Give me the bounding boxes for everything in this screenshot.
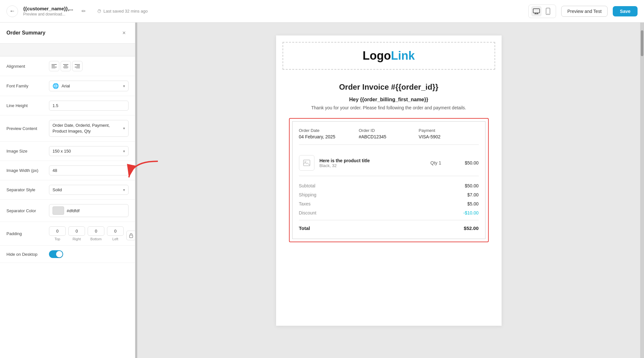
align-center-icon (63, 64, 68, 68)
padding-left-label: Left (112, 237, 118, 241)
taxes-label: Taxes (299, 201, 311, 206)
subtotal-row: Subtotal $50.00 (299, 181, 479, 190)
mobile-view-button[interactable] (543, 6, 553, 16)
order-date-label: Order Date (299, 128, 359, 133)
edit-button[interactable]: ✏ (78, 6, 89, 16)
padding-bottom-label: Bottom (91, 237, 102, 241)
pencil-icon: ✏ (82, 8, 86, 14)
padding-bottom-input[interactable]: 0 (88, 226, 104, 236)
clock-icon: ⏱ (97, 9, 101, 14)
order-payment-label: Payment (419, 128, 479, 133)
close-icon: × (122, 30, 126, 36)
right-scrollbar[interactable] (640, 23, 644, 358)
product-variant: Black, 32 (320, 163, 426, 168)
padding-group: 0 Top 0 Right 0 Bottom 0 (49, 226, 135, 241)
padding-bottom-field: 0 Bottom (88, 226, 104, 241)
separator-style-row: Separator Style Solid ▾ (0, 180, 135, 200)
email-content: Order Invoice #{{order_id}} Hey {{order_… (276, 76, 502, 249)
document-title: {{customer_name}},... Preview and downlo… (23, 6, 73, 16)
taxes-row: Taxes $5.00 (299, 199, 479, 208)
main-layout: Order Summary × Alignment (0, 23, 644, 358)
line-height-input[interactable]: 1.5 (49, 101, 129, 111)
preview-content-dropdown[interactable]: Order Date, OrderId, Payment, Product Im… (49, 120, 129, 137)
svg-rect-0 (533, 9, 540, 13)
font-family-control: 🌐 Arial ▾ (49, 81, 129, 91)
panel-body: Alignment (0, 56, 135, 358)
mobile-icon (546, 8, 550, 15)
color-hex-value: #dfdfdf (67, 208, 80, 213)
color-swatch (53, 206, 64, 215)
saved-indicator: ⏱ Last saved 32 mins ago (97, 9, 148, 14)
align-left-icon (52, 64, 57, 68)
save-button[interactable]: Save (613, 6, 638, 16)
email-invoice-title: Order Invoice #{{order_id}} (289, 83, 489, 92)
alignment-group (49, 61, 82, 71)
subtotal-value: $50.00 (465, 183, 479, 188)
svg-rect-18 (130, 235, 133, 238)
image-width-input[interactable]: 48 (49, 165, 129, 175)
align-right-button[interactable] (72, 61, 82, 71)
grand-total-label: Total (299, 225, 310, 231)
separator-style-value: Solid (53, 187, 62, 192)
logo-blue-text: Link (391, 49, 415, 62)
lock-padding-button[interactable] (126, 231, 135, 240)
device-switcher (528, 5, 556, 18)
line-height-label: Line Height (6, 103, 45, 108)
line-height-row: Line Height 1.5 (0, 96, 135, 115)
subtotal-label: Subtotal (299, 183, 315, 188)
image-size-value: 150 x 150 (53, 149, 71, 154)
separator-color-row: Separator Color #dfdfdf (0, 200, 135, 222)
padding-top-input[interactable]: 0 (49, 226, 66, 236)
title-main: {{customer_name}},... (23, 6, 73, 11)
back-button[interactable]: ← (6, 5, 18, 17)
order-id-label: Order ID (359, 128, 419, 133)
order-summary-table: Order Date 04 February, 2025 Order ID #A… (289, 118, 489, 242)
chevron-down-icon: ▾ (123, 84, 125, 88)
email-preview: LogoLink Order Invoice #{{order_id}} Hey… (276, 35, 502, 326)
image-size-row: Image Size 150 x 150 ▾ (0, 142, 135, 161)
separator-style-control: Solid ▾ (49, 185, 129, 195)
padding-label: Padding (6, 231, 45, 236)
order-date-value: 04 February, 2025 (299, 134, 359, 139)
padding-top-field: 0 Top (49, 226, 66, 241)
topbar: ← {{customer_name}},... Preview and down… (0, 0, 644, 23)
padding-control: 0 Top 0 Right 0 Bottom 0 (49, 226, 135, 241)
align-left-button[interactable] (49, 61, 59, 71)
font-family-dropdown[interactable]: 🌐 Arial ▾ (49, 81, 129, 91)
desktop-icon (533, 8, 540, 14)
preview-content-row: Preview Content Order Date, OrderId, Pay… (0, 115, 135, 142)
email-greeting: Hey {{order_billing_first_name}} (289, 97, 489, 103)
padding-left-input[interactable]: 0 (107, 226, 124, 236)
grand-total-value: $52.00 (464, 225, 479, 231)
globe-icon: 🌐 (53, 83, 59, 89)
discount-row: Discount -$10.00 (299, 208, 479, 217)
svg-point-5 (548, 13, 548, 14)
order-product-row: Here is the product title Black, 32 Qty … (299, 150, 479, 176)
logo-black-text: LogoLink (363, 49, 415, 63)
preview-test-button[interactable]: Preview and Test (561, 6, 608, 17)
font-family-label: Font Family (6, 84, 45, 88)
shipping-label: Shipping (299, 192, 317, 197)
shipping-value: $7.00 (467, 192, 478, 197)
image-size-label: Image Size (6, 149, 45, 154)
order-table-inner: Order Date 04 February, 2025 Order ID #A… (292, 121, 485, 239)
align-center-button[interactable] (61, 61, 71, 71)
font-family-row: Font Family 🌐 Arial ▾ (0, 76, 135, 96)
desktop-view-button[interactable] (531, 6, 542, 16)
separator-color-picker[interactable]: #dfdfdf (49, 204, 129, 217)
panel-close-button[interactable]: × (120, 28, 129, 37)
order-payment-col: Payment VISA-5902 (419, 128, 479, 139)
hide-desktop-row: Hide on Desktop (0, 246, 135, 263)
separator-style-dropdown[interactable]: Solid ▾ (49, 185, 129, 195)
product-price: $50.00 (459, 160, 479, 165)
image-size-dropdown[interactable]: 150 x 150 ▾ (49, 146, 129, 156)
svg-point-20 (305, 161, 306, 163)
lock-icon (129, 233, 133, 238)
hide-desktop-toggle[interactable] (49, 250, 63, 258)
padding-top-label: Top (54, 237, 60, 241)
order-id-value: #ABCD12345 (359, 134, 419, 139)
product-details: Here is the product title Black, 32 (320, 158, 426, 168)
padding-right-input[interactable]: 0 (68, 226, 85, 236)
shipping-row: Shipping $7.00 (299, 190, 479, 199)
product-image-placeholder (299, 155, 314, 171)
